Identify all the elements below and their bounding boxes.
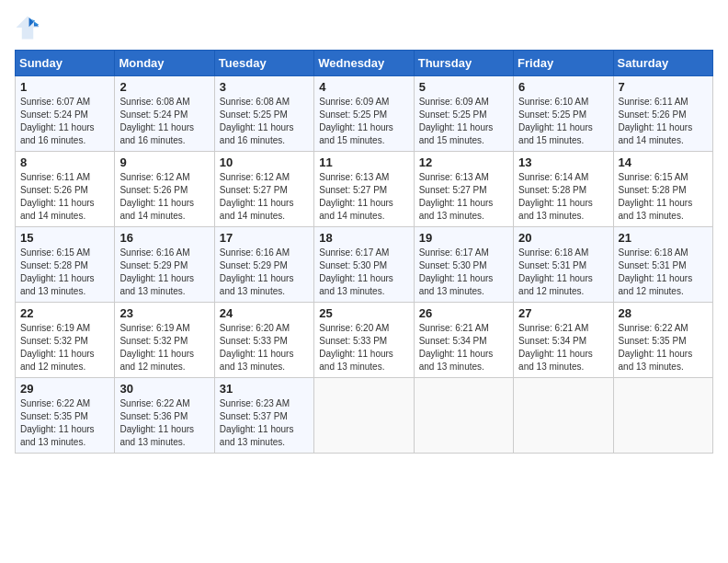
- day-number: 30: [119, 382, 209, 396]
- day-number: 5: [419, 80, 508, 94]
- day-number: 31: [220, 382, 309, 396]
- calendar-cell: 1Sunrise: 6:07 AM Sunset: 5:24 PM Daylig…: [16, 76, 115, 152]
- day-number: 24: [220, 306, 309, 320]
- day-info: Sunrise: 6:14 AM Sunset: 5:28 PM Dayligh…: [518, 171, 608, 223]
- day-info: Sunrise: 6:21 AM Sunset: 5:34 PM Dayligh…: [419, 322, 508, 373]
- day-number: 13: [518, 155, 608, 169]
- day-info: Sunrise: 6:16 AM Sunset: 5:29 PM Dayligh…: [220, 247, 309, 298]
- day-number: 29: [20, 382, 109, 396]
- calendar-cell: 21Sunrise: 6:18 AM Sunset: 5:31 PM Dayli…: [613, 227, 712, 303]
- day-number: 3: [220, 80, 309, 94]
- calendar-cell: 25Sunrise: 6:20 AM Sunset: 5:33 PM Dayli…: [314, 303, 414, 378]
- calendar-cell: 17Sunrise: 6:16 AM Sunset: 5:29 PM Dayli…: [214, 227, 313, 303]
- day-number: 21: [619, 231, 708, 245]
- day-info: Sunrise: 6:08 AM Sunset: 5:25 PM Dayligh…: [220, 96, 309, 147]
- day-info: Sunrise: 6:12 AM Sunset: 5:26 PM Dayligh…: [119, 171, 209, 223]
- day-header-saturday: Saturday: [613, 51, 712, 76]
- calendar-cell: 13Sunrise: 6:14 AM Sunset: 5:28 PM Dayli…: [514, 152, 613, 227]
- day-number: 27: [518, 306, 608, 320]
- day-number: 2: [119, 80, 209, 94]
- calendar: SundayMondayTuesdayWednesdayThursdayFrid…: [15, 50, 713, 454]
- calendar-body: 1Sunrise: 6:07 AM Sunset: 5:24 PM Daylig…: [16, 76, 713, 454]
- calendar-cell: 7Sunrise: 6:11 AM Sunset: 5:26 PM Daylig…: [613, 76, 712, 152]
- calendar-cell: [414, 378, 513, 454]
- day-info: Sunrise: 6:21 AM Sunset: 5:34 PM Dayligh…: [518, 322, 608, 373]
- logo-icon: [15, 15, 40, 40]
- calendar-cell: 16Sunrise: 6:16 AM Sunset: 5:29 PM Dayli…: [115, 227, 214, 303]
- calendar-cell: 31Sunrise: 6:23 AM Sunset: 5:37 PM Dayli…: [214, 378, 313, 454]
- day-number: 6: [518, 80, 608, 94]
- day-info: Sunrise: 6:09 AM Sunset: 5:25 PM Dayligh…: [419, 96, 508, 147]
- day-number: 1: [20, 80, 109, 94]
- day-info: Sunrise: 6:12 AM Sunset: 5:27 PM Dayligh…: [220, 171, 309, 223]
- calendar-cell: 14Sunrise: 6:15 AM Sunset: 5:28 PM Dayli…: [613, 152, 712, 227]
- day-info: Sunrise: 6:11 AM Sunset: 5:26 PM Dayligh…: [619, 96, 708, 147]
- day-info: Sunrise: 6:09 AM Sunset: 5:25 PM Dayligh…: [319, 96, 408, 147]
- day-info: Sunrise: 6:13 AM Sunset: 5:27 PM Dayligh…: [419, 171, 508, 223]
- calendar-cell: 22Sunrise: 6:19 AM Sunset: 5:32 PM Dayli…: [16, 303, 115, 378]
- logo: [15, 15, 44, 40]
- day-info: Sunrise: 6:08 AM Sunset: 5:24 PM Dayligh…: [119, 96, 209, 147]
- day-info: Sunrise: 6:07 AM Sunset: 5:24 PM Dayligh…: [20, 96, 109, 147]
- calendar-cell: 5Sunrise: 6:09 AM Sunset: 5:25 PM Daylig…: [414, 76, 513, 152]
- calendar-cell: 4Sunrise: 6:09 AM Sunset: 5:25 PM Daylig…: [314, 76, 414, 152]
- day-number: 8: [20, 155, 109, 169]
- day-number: 10: [220, 155, 309, 169]
- svg-marker-1: [17, 17, 40, 40]
- day-info: Sunrise: 6:19 AM Sunset: 5:32 PM Dayligh…: [119, 322, 209, 373]
- calendar-cell: 26Sunrise: 6:21 AM Sunset: 5:34 PM Dayli…: [414, 303, 513, 378]
- day-number: 22: [20, 306, 109, 320]
- calendar-cell: 20Sunrise: 6:18 AM Sunset: 5:31 PM Dayli…: [514, 227, 613, 303]
- day-number: 23: [119, 306, 209, 320]
- day-number: 16: [119, 231, 209, 245]
- header: [15, 15, 713, 40]
- day-number: 7: [619, 80, 708, 94]
- day-number: 9: [119, 155, 209, 169]
- day-number: 18: [319, 231, 408, 245]
- day-number: 26: [419, 306, 508, 320]
- day-info: Sunrise: 6:13 AM Sunset: 5:27 PM Dayligh…: [319, 171, 408, 223]
- day-info: Sunrise: 6:18 AM Sunset: 5:31 PM Dayligh…: [518, 247, 608, 298]
- day-number: 25: [319, 306, 408, 320]
- calendar-week-row: 22Sunrise: 6:19 AM Sunset: 5:32 PM Dayli…: [16, 303, 713, 378]
- day-info: Sunrise: 6:23 AM Sunset: 5:37 PM Dayligh…: [220, 397, 309, 449]
- day-number: 28: [619, 306, 708, 320]
- day-header-thursday: Thursday: [414, 51, 513, 76]
- calendar-cell: 10Sunrise: 6:12 AM Sunset: 5:27 PM Dayli…: [214, 152, 313, 227]
- day-header-tuesday: Tuesday: [214, 51, 313, 76]
- day-info: Sunrise: 6:10 AM Sunset: 5:25 PM Dayligh…: [518, 96, 608, 147]
- calendar-header-row: SundayMondayTuesdayWednesdayThursdayFrid…: [16, 51, 713, 76]
- calendar-week-row: 15Sunrise: 6:15 AM Sunset: 5:28 PM Dayli…: [16, 227, 713, 303]
- day-info: Sunrise: 6:16 AM Sunset: 5:29 PM Dayligh…: [119, 247, 209, 298]
- day-number: 11: [319, 155, 408, 169]
- calendar-week-row: 29Sunrise: 6:22 AM Sunset: 5:35 PM Dayli…: [16, 378, 713, 454]
- calendar-cell: 18Sunrise: 6:17 AM Sunset: 5:30 PM Dayli…: [314, 227, 414, 303]
- day-header-monday: Monday: [115, 51, 214, 76]
- day-info: Sunrise: 6:11 AM Sunset: 5:26 PM Dayligh…: [20, 171, 109, 223]
- day-number: 19: [419, 231, 508, 245]
- day-info: Sunrise: 6:20 AM Sunset: 5:33 PM Dayligh…: [220, 322, 309, 373]
- calendar-cell: [613, 378, 712, 454]
- calendar-cell: 9Sunrise: 6:12 AM Sunset: 5:26 PM Daylig…: [115, 152, 214, 227]
- calendar-cell: 24Sunrise: 6:20 AM Sunset: 5:33 PM Dayli…: [214, 303, 313, 378]
- day-info: Sunrise: 6:22 AM Sunset: 5:35 PM Dayligh…: [619, 322, 708, 373]
- calendar-cell: 27Sunrise: 6:21 AM Sunset: 5:34 PM Dayli…: [514, 303, 613, 378]
- day-number: 4: [319, 80, 408, 94]
- day-info: Sunrise: 6:18 AM Sunset: 5:31 PM Dayligh…: [619, 247, 708, 298]
- day-header-friday: Friday: [514, 51, 613, 76]
- day-info: Sunrise: 6:22 AM Sunset: 5:36 PM Dayligh…: [119, 397, 209, 449]
- day-number: 17: [220, 231, 309, 245]
- calendar-week-row: 1Sunrise: 6:07 AM Sunset: 5:24 PM Daylig…: [16, 76, 713, 152]
- calendar-cell: [514, 378, 613, 454]
- calendar-cell: 12Sunrise: 6:13 AM Sunset: 5:27 PM Dayli…: [414, 152, 513, 227]
- day-info: Sunrise: 6:17 AM Sunset: 5:30 PM Dayligh…: [319, 247, 408, 298]
- calendar-cell: 8Sunrise: 6:11 AM Sunset: 5:26 PM Daylig…: [16, 152, 115, 227]
- day-number: 15: [20, 231, 109, 245]
- calendar-cell: 29Sunrise: 6:22 AM Sunset: 5:35 PM Dayli…: [16, 378, 115, 454]
- calendar-week-row: 8Sunrise: 6:11 AM Sunset: 5:26 PM Daylig…: [16, 152, 713, 227]
- calendar-cell: 6Sunrise: 6:10 AM Sunset: 5:25 PM Daylig…: [514, 76, 613, 152]
- day-number: 12: [419, 155, 508, 169]
- calendar-cell: [314, 378, 414, 454]
- day-info: Sunrise: 6:15 AM Sunset: 5:28 PM Dayligh…: [20, 247, 109, 298]
- calendar-cell: 3Sunrise: 6:08 AM Sunset: 5:25 PM Daylig…: [214, 76, 313, 152]
